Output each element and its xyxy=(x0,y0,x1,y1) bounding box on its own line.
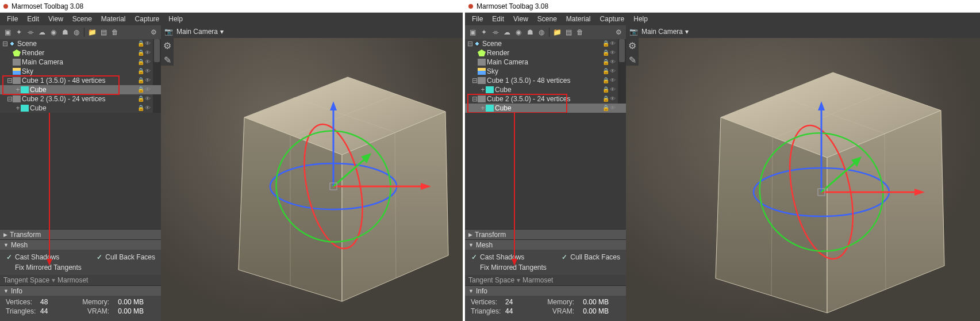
app-title: Marmoset Toolbag 3.08 xyxy=(476,2,548,10)
node-cube2[interactable]: ⊟Cube 2 (3.5.0) - 24 vertices🔒👁 xyxy=(0,94,161,104)
gear-icon[interactable]: ⚙ xyxy=(148,27,159,37)
save-icon[interactable]: ▤ xyxy=(98,27,109,37)
transform-gizmo[interactable] xyxy=(264,94,437,290)
menu-capture[interactable]: Capture xyxy=(130,14,164,24)
chk-fix-mirrored[interactable]: Fix Mirrored Tangents xyxy=(6,262,155,273)
viewport[interactable]: 📷 Main Camera▾ ⚙ ✎ xyxy=(161,25,463,321)
node-scene[interactable]: ⊟Scene🔒👁 xyxy=(0,39,161,48)
cube-icon[interactable]: ▣ xyxy=(2,27,13,37)
viewport-camera-dropdown[interactable]: Main Camera▾ xyxy=(176,28,224,36)
section-info[interactable]: ▼Info xyxy=(0,285,161,296)
camera-icon[interactable]: ⌯ xyxy=(25,27,36,37)
node-render[interactable]: Render🔒👁 xyxy=(0,48,161,58)
chk-cast-shadows[interactable]: ✓Cast Shadows✓Cull Back Faces xyxy=(6,252,155,262)
svg-marker-20 xyxy=(421,183,431,190)
brush-icon[interactable]: ✎ xyxy=(164,55,171,66)
titlebar: Marmoset Toolbag 3.08 xyxy=(465,0,980,13)
gear-icon[interactable]: ⚙ xyxy=(628,40,636,51)
properties-panel: ▶Transform ▼Mesh ✓Cast Shadows✓Cull Back… xyxy=(0,229,161,321)
brush-icon[interactable]: ✎ xyxy=(629,55,636,66)
menu-edit[interactable]: Edit xyxy=(22,14,44,24)
scene-hierarchy[interactable]: ⊟Scene🔒👁 Render🔒👁 Main Camera🔒👁 Sky🔒👁 ⊟C… xyxy=(465,39,626,113)
menu-material[interactable]: Material xyxy=(97,14,130,24)
info-vertices: 48 xyxy=(40,298,63,306)
shadow-icon[interactable]: ☗ xyxy=(60,27,70,37)
node-sky[interactable]: Sky🔒👁 xyxy=(465,67,626,76)
titlebar: Marmoset Toolbag 3.08 xyxy=(0,0,463,13)
node-scene[interactable]: ⊟Scene🔒👁 xyxy=(465,39,626,48)
light-icon[interactable]: ✦ xyxy=(479,27,489,37)
menu-scene[interactable]: Scene xyxy=(68,14,97,24)
menu-file[interactable]: File xyxy=(2,14,22,24)
app-title: Marmoset Toolbag 3.08 xyxy=(11,2,83,10)
chk-fix-mirrored[interactable]: Fix Mirrored Tangents xyxy=(471,262,620,273)
cube-icon[interactable]: ▣ xyxy=(467,27,478,37)
app-icon xyxy=(3,4,8,9)
side-panel: ▣ ✦ ⌯ ☁ ◉ ☗ ◍ 📁 ▤ 🗑 ⚙ ⊟Scene🔒👁 Render🔒👁 … xyxy=(0,25,161,321)
node-main-camera[interactable]: Main Camera🔒👁 xyxy=(465,58,626,67)
menu-capture[interactable]: Capture xyxy=(595,14,629,24)
gear-icon[interactable]: ⚙ xyxy=(163,40,171,51)
menu-help[interactable]: Help xyxy=(164,14,187,24)
viewport-camera-icon[interactable]: 📷 xyxy=(629,28,638,36)
viewport-camera-icon[interactable]: 📷 xyxy=(164,28,173,36)
save-icon[interactable]: ▤ xyxy=(563,27,574,37)
info-triangles: 44 xyxy=(40,307,63,315)
menubar: File Edit View Scene Material Capture He… xyxy=(0,13,463,25)
section-info[interactable]: ▼Info xyxy=(465,285,626,296)
camera-icon[interactable]: ⌯ xyxy=(490,27,501,37)
turntable-icon[interactable]: ◉ xyxy=(48,27,59,37)
scene-hierarchy[interactable]: ⊟Scene🔒👁 Render🔒👁 Main Camera🔒👁 Sky🔒👁 ⊟C… xyxy=(0,39,161,113)
node-sky[interactable]: Sky🔒👁 xyxy=(0,67,161,76)
menu-view[interactable]: View xyxy=(509,14,533,24)
trash-icon[interactable]: 🗑 xyxy=(110,27,120,37)
scene-toolbar: ▣ ✦ ⌯ ☁ ◉ ☗ ◍ 📁 ▤ 🗑 ⚙ xyxy=(465,25,626,39)
node-render[interactable]: Render🔒👁 xyxy=(465,48,626,58)
folder-icon[interactable]: 📁 xyxy=(87,27,97,37)
turntable-icon[interactable]: ◉ xyxy=(513,27,524,37)
section-mesh[interactable]: ▼Mesh xyxy=(465,239,626,250)
section-transform[interactable]: ▶Transform xyxy=(0,229,161,239)
menu-view[interactable]: View xyxy=(44,14,68,24)
scene-toolbar: ▣ ✦ ⌯ ☁ ◉ ☗ ◍ 📁 ▤ 🗑 ⚙ xyxy=(0,25,161,39)
section-transform[interactable]: ▶Transform xyxy=(465,229,626,239)
svg-marker-42 xyxy=(818,101,825,110)
side-panel: ▣ ✦ ⌯ ☁ ◉ ☗ ◍ 📁 ▤ 🗑 ⚙ ⊟Scene🔒👁 Render🔒👁 … xyxy=(465,25,626,321)
app-icon xyxy=(468,4,473,9)
node-main-camera[interactable]: Main Camera🔒👁 xyxy=(0,58,161,67)
app-window-left: Marmoset Toolbag 3.08 File Edit View Sce… xyxy=(0,0,463,321)
app-window-right: Marmoset Toolbag 3.08 File Edit View Sce… xyxy=(465,0,980,321)
fog-icon[interactable]: ☁ xyxy=(37,27,47,37)
menu-material[interactable]: Material xyxy=(562,14,595,24)
fog-icon[interactable]: ☁ xyxy=(502,27,512,37)
material-icon[interactable]: ◍ xyxy=(536,27,547,37)
shadow-icon[interactable]: ☗ xyxy=(525,27,535,37)
chk-cast-shadows[interactable]: ✓Cast Shadows✓Cull Back Faces xyxy=(471,252,620,262)
gear-icon[interactable]: ⚙ xyxy=(613,27,624,37)
node-cube2-child[interactable]: +Cube🔒👁 xyxy=(465,104,626,113)
node-cube1-child[interactable]: +Cube🔒👁 xyxy=(0,85,161,94)
node-cube1-child[interactable]: +Cube🔒👁 xyxy=(465,85,626,94)
svg-line-45 xyxy=(821,160,858,192)
trash-icon[interactable]: 🗑 xyxy=(575,27,585,37)
menu-help[interactable]: Help xyxy=(629,14,652,24)
properties-panel: ▶Transform ▼Mesh ✓Cast Shadows✓Cull Back… xyxy=(465,229,626,321)
menu-scene[interactable]: Scene xyxy=(533,14,562,24)
toolbar-separator xyxy=(84,28,84,37)
node-cube2[interactable]: ⊟Cube 2 (3.5.0) - 24 vertices🔒👁 xyxy=(465,94,626,104)
material-icon[interactable]: ◍ xyxy=(71,27,82,37)
section-mesh[interactable]: ▼Mesh xyxy=(0,239,161,250)
viewport[interactable]: 📷 Main Camera▾ ⚙ ✎ xyxy=(626,25,980,321)
viewport-header: 📷 Main Camera▾ xyxy=(161,25,463,38)
node-cube2-child[interactable]: +Cube🔒👁 xyxy=(0,104,161,113)
node-cube1[interactable]: ⊟Cube 1 (3.5.0) - 48 vertices🔒👁 xyxy=(0,76,161,85)
menu-file[interactable]: File xyxy=(467,14,487,24)
viewport-camera-dropdown[interactable]: Main Camera▾ xyxy=(641,28,689,36)
transform-gizmo[interactable] xyxy=(747,94,931,301)
menu-edit[interactable]: Edit xyxy=(487,14,509,24)
tangent-space-row[interactable]: Tangent Space▾Marmoset xyxy=(0,275,161,285)
light-icon[interactable]: ✦ xyxy=(14,27,24,37)
folder-icon[interactable]: 📁 xyxy=(552,27,562,37)
tangent-space-row[interactable]: Tangent Space▾Marmoset xyxy=(465,275,626,285)
node-cube1[interactable]: ⊟Cube 1 (3.5.0) - 48 vertices🔒👁 xyxy=(465,76,626,85)
